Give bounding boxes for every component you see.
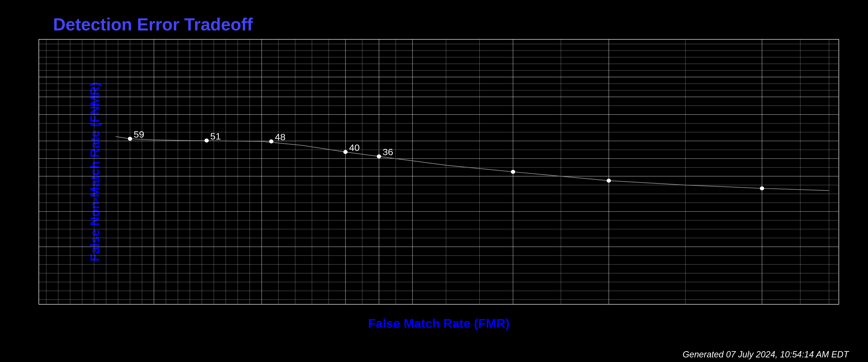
svg-point-97 <box>760 187 764 190</box>
chart-svg: 0.2 0.1 0.05 0.02 0.01 0.005 0.001 0.000… <box>39 39 839 304</box>
x-axis-label: False Match Rate (FMR) <box>368 316 510 331</box>
svg-text:59: 59 <box>133 130 144 139</box>
chart-area: False Non-Match Rate (FNMR) False Match … <box>38 39 839 305</box>
svg-point-93 <box>377 155 381 158</box>
svg-text:36: 36 <box>383 147 393 157</box>
svg-point-87 <box>205 139 209 142</box>
svg-point-96 <box>607 179 611 183</box>
generated-text: Generated 07 July 2024, 10:54:14 AM EDT <box>683 350 849 360</box>
chart-title: Detection Error Tradeoff <box>53 15 849 34</box>
chart-container: Detection Error Tradeoff False Non-Match… <box>0 0 868 362</box>
svg-point-89 <box>269 140 273 143</box>
svg-text:51: 51 <box>210 131 221 141</box>
svg-text:48: 48 <box>275 132 285 142</box>
svg-point-95 <box>511 170 515 174</box>
svg-point-91 <box>344 150 347 154</box>
svg-text:40: 40 <box>349 143 360 153</box>
svg-point-85 <box>128 137 132 141</box>
